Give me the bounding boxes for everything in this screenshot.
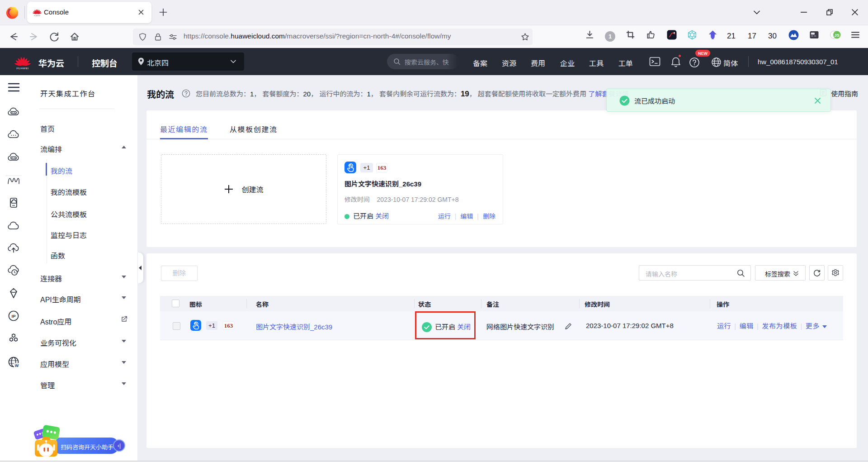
svg-text:IP: IP <box>12 314 16 319</box>
svg-text:W: W <box>15 363 19 368</box>
svg-text:HUAWEI: HUAWEI <box>16 67 29 70</box>
svg-text:JS: JS <box>834 33 840 38</box>
svg-text:HUAWEI: HUAWEI <box>34 15 40 17</box>
